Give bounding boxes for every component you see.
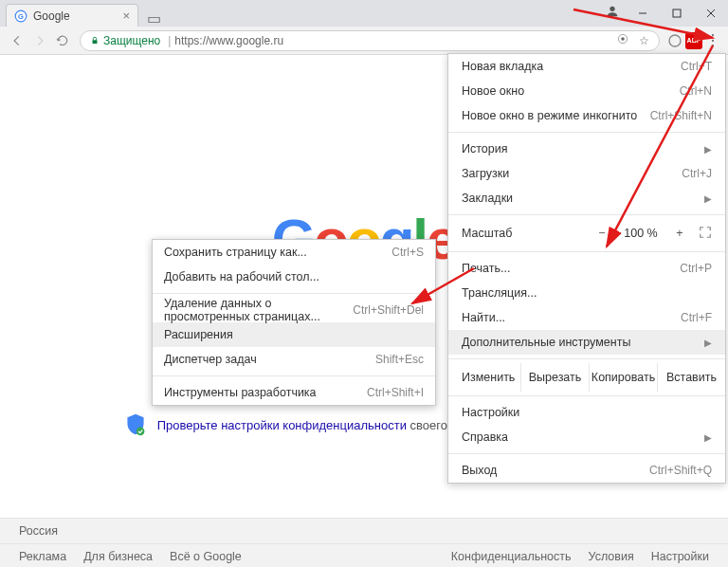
svg-rect-7 (93, 40, 98, 44)
google-favicon: G (14, 9, 27, 23)
menu-find[interactable]: Найти...Ctrl+F (448, 305, 725, 330)
footer-link-terms[interactable]: Условия (589, 550, 634, 563)
submenu-extensions[interactable]: Расширения (153, 322, 435, 347)
menu-bookmarks[interactable]: Закладки▶ (448, 186, 725, 210)
footer-link-ads[interactable]: Реклама (19, 550, 66, 563)
back-button[interactable] (6, 29, 28, 52)
account-icon[interactable] (599, 4, 626, 23)
menu-history[interactable]: История▶ (448, 137, 725, 161)
new-tab-button[interactable]: ▭ (144, 9, 163, 27)
tab-title: Google (33, 9, 70, 23)
submenu-task-manager[interactable]: Диспетчер задачShift+Esc (153, 347, 435, 372)
svg-point-10 (669, 35, 681, 46)
menu-incognito[interactable]: Новое окно в режиме инкогнитоCtrl+Shift+… (448, 103, 725, 128)
maximize-button[interactable] (660, 0, 694, 27)
svg-point-9 (621, 37, 625, 41)
zoom-in-button[interactable]: + (670, 227, 689, 240)
chevron-right-icon: ▶ (704, 338, 712, 348)
footer-link-privacy[interactable]: Конфиденциальность (451, 550, 572, 563)
secure-badge: Защищено (90, 34, 160, 47)
extension-icon[interactable] (665, 31, 684, 50)
footer-country: Россия (0, 519, 728, 544)
window-controls (599, 0, 728, 27)
shield-icon (125, 413, 146, 439)
menu-print[interactable]: Печать...Ctrl+P (448, 256, 725, 281)
menu-new-window[interactable]: Новое окноCtrl+N (448, 79, 725, 103)
close-icon[interactable]: × (122, 9, 130, 23)
url-text: https://www.google.ru (174, 34, 283, 47)
menu-settings[interactable]: Настройки (448, 400, 725, 425)
chevron-right-icon: ▶ (704, 193, 712, 204)
menu-cut[interactable]: Вырезать (520, 363, 589, 392)
reload-button[interactable] (51, 29, 74, 52)
target-icon[interactable] (616, 32, 629, 48)
address-bar: Защищено | https://www.google.ru ☆ ABP ⋮ (0, 27, 728, 55)
omnibox[interactable]: Защищено | https://www.google.ru ☆ (80, 30, 660, 51)
menu-more-tools[interactable]: Дополнительные инструменты▶ (448, 330, 725, 355)
chrome-menu: Новая вкладкаCtrl+T Новое окноCtrl+N Нов… (447, 53, 726, 484)
minimize-button[interactable] (626, 0, 660, 27)
privacy-link[interactable]: Проверьте настройки конфиденциальности (157, 418, 407, 432)
close-window-button[interactable] (694, 0, 728, 27)
submenu-add-desktop[interactable]: Добавить на рабочий стол... (153, 265, 435, 289)
submenu-clear-data[interactable]: Удаление данных о просмотренных страница… (153, 298, 435, 322)
menu-new-tab[interactable]: Новая вкладкаCtrl+T (448, 54, 725, 79)
zoom-out-button[interactable]: − (592, 227, 611, 240)
chevron-right-icon: ▶ (704, 144, 712, 155)
svg-text:G: G (18, 11, 24, 20)
svg-rect-4 (673, 9, 681, 17)
menu-edit-row: Изменить Вырезать Копировать Вставить (448, 363, 725, 392)
adblock-icon[interactable]: ABP (684, 31, 703, 50)
chevron-right-icon: ▶ (704, 432, 712, 443)
browser-tab[interactable]: G Google × (6, 4, 138, 27)
svg-point-2 (610, 7, 614, 11)
footer-link-about[interactable]: Всё о Google (170, 550, 242, 563)
footer-link-settings[interactable]: Настройки (651, 550, 709, 563)
svg-point-11 (136, 428, 145, 436)
footer-link-business[interactable]: Для бизнеса (83, 550, 153, 563)
menu-paste[interactable]: Вставить (657, 363, 725, 392)
menu-downloads[interactable]: ЗагрузкиCtrl+J (448, 161, 725, 186)
more-tools-submenu: Сохранить страницу как...Ctrl+S Добавить… (152, 239, 436, 406)
menu-cast[interactable]: Трансляция... (448, 281, 725, 305)
star-icon[interactable]: ☆ (639, 34, 649, 47)
zoom-value: 100 % (621, 227, 661, 240)
menu-exit[interactable]: ВыходCtrl+Shift+Q (448, 458, 725, 483)
fullscreen-icon[interactable] (699, 226, 712, 242)
menu-copy[interactable]: Копировать (589, 363, 657, 392)
submenu-devtools[interactable]: Инструменты разработчикаCtrl+Shift+I (153, 380, 435, 405)
chrome-menu-button[interactable]: ⋮ (703, 31, 722, 50)
menu-zoom: Масштаб − 100 % + (448, 219, 725, 247)
menu-help[interactable]: Справка▶ (448, 425, 725, 449)
submenu-save-as[interactable]: Сохранить страницу как...Ctrl+S (153, 240, 435, 265)
forward-button[interactable] (28, 29, 51, 52)
footer: Россия Реклама Для бизнеса Всё о Google … (0, 518, 728, 567)
